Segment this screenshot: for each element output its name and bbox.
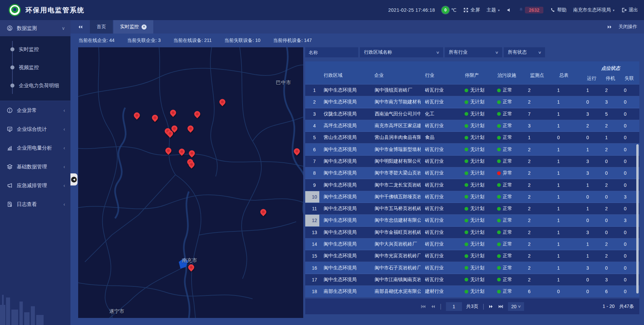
tab-close-icon[interactable]: ✕ bbox=[142, 24, 147, 30]
column-header: 治污设施 bbox=[493, 61, 524, 84]
table-row[interactable]: 8阆中生态环境局阆中市枣碧大梁山页岩砖瓦行业无计划异常21300 bbox=[305, 167, 639, 179]
facility-status-cell: 异常 bbox=[493, 167, 524, 179]
table-row[interactable]: 10阆中生态环境局阆中千佛镇五郎垭页岩砖瓦行业无计划正常21003 bbox=[305, 191, 639, 203]
lost-cell: 0 bbox=[620, 120, 639, 131]
notification-button[interactable]: 2632 bbox=[519, 7, 543, 13]
industry-cell: 砖瓦行业 bbox=[421, 250, 460, 262]
table-row[interactable]: 15阆中生态环境局阆中市光富页岩机砖厂砖瓦行业无计划正常21120 bbox=[305, 250, 639, 262]
tab[interactable]: 首页 bbox=[90, 20, 113, 34]
facility-status-cell: 正常 bbox=[493, 179, 524, 191]
last-page-button[interactable] bbox=[498, 304, 504, 309]
table-row[interactable]: 16阆中生态环境局阆中市石子页岩机砖厂砖瓦行业无计划正常21300 bbox=[305, 262, 639, 274]
logout-button[interactable]: 退出 bbox=[621, 7, 638, 13]
points-cell: 2 bbox=[524, 250, 553, 262]
table-scrollbar[interactable] bbox=[636, 144, 639, 293]
industry-cell: 砖瓦行业 bbox=[421, 227, 460, 238]
tab[interactable]: 实时监控✕ bbox=[113, 20, 153, 34]
page-size-select[interactable]: 20 ∨ bbox=[508, 302, 524, 311]
stat-value: 211 bbox=[204, 38, 212, 43]
table-row[interactable]: 17阆中生态环境局阆中市江南镇阆南页岩砖瓦行业无计划正常21030 bbox=[305, 274, 639, 286]
sidebar-item[interactable]: 实时监控 bbox=[0, 40, 70, 58]
table-row[interactable]: 1阆中生态环境局阆中强锐页岩砖厂砖瓦行业无计划正常21120 bbox=[305, 85, 639, 96]
stop-cell: 0 bbox=[601, 262, 620, 273]
fullscreen-button[interactable]: 全屏 bbox=[463, 7, 480, 13]
sidebar-item[interactable]: 视频监控 bbox=[0, 58, 70, 76]
row-index-cell: 7 bbox=[305, 156, 319, 167]
total-pages-label: 共3页 bbox=[466, 304, 478, 310]
status-filter-select[interactable]: 所有状态 ∨ bbox=[504, 47, 545, 57]
collapse-arrow-icon: ◀ bbox=[71, 177, 77, 182]
row-index-cell: 9 bbox=[305, 179, 319, 191]
divider: | bbox=[483, 303, 484, 310]
table-row[interactable]: 12阆中生态环境局阆中市忠信建材有限公砖瓦行业无计划正常21003 bbox=[305, 215, 639, 226]
column-header: 企业 bbox=[370, 61, 421, 84]
tabs-scroll-left-button[interactable] bbox=[70, 20, 90, 34]
close-operations-button[interactable]: 关闭操作 bbox=[619, 24, 637, 30]
sidebar-group[interactable]: 基础数据管理‹ bbox=[0, 157, 70, 176]
table-row[interactable]: 3仪陇生态环境局西南油气田分公司川中化工无计划正常71350 bbox=[305, 108, 639, 120]
status-dot bbox=[465, 183, 468, 187]
table-row[interactable]: 4高坪生态环境局南充市高坪区王家店建砖瓦行业无计划正常31220 bbox=[305, 120, 639, 132]
region-cell: 阆中生态环境局 bbox=[319, 238, 370, 250]
sidebar-group[interactable]: 企业综合统计‹ bbox=[0, 120, 70, 139]
sidebar-group[interactable]: 数据监测∨ bbox=[0, 20, 70, 36]
region-cell: 阆中生态环境局 bbox=[319, 262, 370, 273]
name-filter-input[interactable] bbox=[305, 47, 358, 57]
meters-cell: 1 bbox=[553, 108, 582, 120]
tabs-scroll-right-button[interactable] bbox=[607, 24, 612, 30]
status-dot bbox=[497, 171, 501, 175]
row-index-cell: 15 bbox=[305, 250, 319, 262]
table-row[interactable]: 11阆中生态环境局阆中市五马桥页岩机砖砖瓦行业无计划正常21120 bbox=[305, 203, 639, 215]
meters-cell: 0 bbox=[553, 132, 582, 143]
industry-cell: 砖瓦行业 bbox=[421, 85, 460, 96]
total-label: 共47条 bbox=[619, 304, 634, 310]
company-cell: 阆中市石子页岩机砖厂 bbox=[370, 262, 421, 273]
sidebar-group[interactable]: 企业异常‹ bbox=[0, 101, 70, 120]
table-row[interactable]: 9阆中生态环境局阆中市二龙长宝页岩砖砖瓦行业无计划正常21120 bbox=[305, 179, 639, 191]
status-dot bbox=[465, 124, 468, 128]
sidebar: 数据监测∨实时监控视频监控企业电力负荷明细企业异常‹企业综合统计‹企业用电量分析… bbox=[0, 20, 70, 325]
table-row[interactable]: 18南部生态环境局南部县砌优水泥有限公建材行业无计划正常60060 bbox=[305, 286, 639, 297]
points-cell: 2 bbox=[524, 203, 553, 214]
run-cell: 2 bbox=[582, 120, 601, 131]
industry-filter-select[interactable]: 所有行业 ∨ bbox=[445, 47, 502, 57]
industry-cell: 砖瓦行业 bbox=[421, 167, 460, 179]
table-row[interactable]: 13阆中生态环境局阆中市金福旺页岩机砖砖瓦行业无计划正常21300 bbox=[305, 227, 639, 238]
sidebar-group[interactable]: 日志查看‹ bbox=[0, 195, 70, 214]
mute-button[interactable] bbox=[506, 7, 512, 13]
chart-icon bbox=[7, 145, 13, 151]
org-dropdown[interactable]: 南充市生态环境局 ▾ bbox=[573, 7, 614, 13]
help-button[interactable]: 帮助 bbox=[550, 7, 567, 13]
sidebar-collapse-handle[interactable]: ◀ bbox=[70, 173, 77, 185]
chevron-left-icon: ‹ bbox=[63, 164, 65, 169]
run-cell: 3 bbox=[582, 262, 601, 273]
region-cell: 阆中生态环境局 bbox=[319, 156, 370, 167]
region-filter-select[interactable]: 行政区域名称 ∨ bbox=[360, 47, 443, 57]
first-page-button[interactable] bbox=[420, 304, 426, 309]
limit-status-cell: 无计划 bbox=[460, 274, 493, 285]
table-row[interactable]: 2阆中生态环境局阆中市南方节能建材有砖瓦行业无计划正常21030 bbox=[305, 96, 639, 108]
limit-status-cell: 无计划 bbox=[460, 227, 493, 238]
status-dot bbox=[497, 290, 501, 293]
status-dot bbox=[497, 219, 501, 222]
sidebar-group-label: 基础数据管理 bbox=[17, 164, 59, 170]
table-row[interactable]: 7阆中生态环境局阆中明阳建材有限公司砖瓦行业无计划正常21300 bbox=[305, 156, 639, 167]
sidebar-group[interactable]: 应急减排管理‹ bbox=[0, 176, 70, 195]
sidebar-group[interactable]: 企业用电量分析‹ bbox=[0, 139, 70, 157]
table-row[interactable]: 14阆中生态环境局阆中大兴页岩机砖厂砖瓦行业无计划正常21120 bbox=[305, 238, 639, 250]
industry-cell: 砖瓦行业 bbox=[421, 262, 460, 273]
previous-page-button[interactable] bbox=[430, 304, 435, 309]
table-row[interactable]: 6阆中生态环境局阆中市金博瑞新型墙材砖瓦行业无计划正常21120 bbox=[305, 144, 639, 155]
theme-dropdown[interactable]: 主题 ▾ bbox=[487, 7, 500, 13]
chevron-down-icon: ∨ bbox=[538, 50, 541, 55]
page-number-input[interactable] bbox=[446, 302, 462, 311]
map-canvas[interactable]: 巴中市南充市遂宁市 bbox=[78, 47, 303, 318]
run-cell: 1 bbox=[582, 85, 601, 96]
table-row[interactable]: 5营山生态环境局营山县润丰肉食品有限食品无计划正常10010 bbox=[305, 132, 639, 144]
run-cell: 0 bbox=[582, 132, 601, 143]
next-page-button[interactable] bbox=[489, 304, 494, 309]
sidebar-item[interactable]: 企业电力负荷明细 bbox=[0, 76, 70, 95]
row-index-cell: 18 bbox=[305, 286, 319, 297]
bell-icon bbox=[519, 7, 524, 13]
map-roads bbox=[78, 47, 303, 318]
